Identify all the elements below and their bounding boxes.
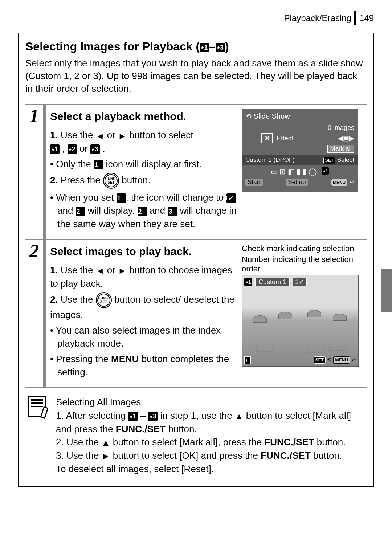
step2-illustration: Check mark indicating selection Number i… [242,244,365,381]
page-header: Playback/Erasing 149 [18,11,374,25]
star3-icon: 3 [148,412,158,421]
step-2: 2 Select images to play back. 1. Use the… [25,239,367,387]
star1v-icon: 1✓ [226,193,236,203]
func-set-icon: FUNC.SET [96,292,112,308]
star1-icon: 1 [322,167,329,175]
content-box: Selecting Images for Playback (1–3) Sele… [18,33,374,487]
step-2-heading: Select images to play back. [50,244,238,259]
menu-badge: MENU [333,356,350,364]
note-title: Selecting All Images [56,396,367,409]
section-label: Playback/Erasing [284,13,351,23]
step2-line2: 2. Use the FUNC.SET button to select/ de… [50,292,238,321]
page: Playback/Erasing 149 Selecting Images fo… [0,0,392,505]
step1-bullet2: • When you set 1, the icon will change t… [50,191,238,230]
right-arrow-icon: ► [118,130,127,142]
step1-illustration: ⟲ Slide Show 0 images ✕ Effect ◀▣▶ Mark … [242,109,365,233]
x-box-icon: ✕ [261,133,273,143]
right-arrow-icon: ► [118,265,127,277]
side-tab [381,269,392,312]
func-set-icon: FUNC.SET [103,173,119,189]
note-l2: 2. Use the ▲ button to select [Mark all]… [56,436,367,449]
slide-show-screen: ⟲ Slide Show 0 images ✕ Effect ◀▣▶ Mark … [242,109,358,192]
star1-icon: 1 [94,160,103,169]
up-arrow-icon: ▲ [235,410,244,422]
step1-bullet1: • Only the 1 icon will display at first. [50,158,238,171]
note-icon [25,396,49,475]
custom-label: Custom 1 [255,278,290,286]
note-box: Selecting All Images 1. After selecting … [25,387,367,475]
star2-icon: 2 [138,207,147,216]
menu-badge: MENU [331,179,347,186]
step1-line1: 1. Use the ◄ or ► button to select 1 , 2… [50,128,238,155]
star1-icon: 1 [128,412,138,421]
intro-text: Select only the images that you wish to … [25,57,367,95]
mark-all-button: Mark all [327,145,354,153]
icon-strip: ▭ ⊞ ◧ ▮ ▮ ◯ 1 [245,167,354,176]
right-arrow-icon: ► [102,450,110,462]
step-2-text: Select images to play back. 1. Use the ◄… [50,244,238,381]
note-text: Selecting All Images 1. After selecting … [49,396,367,475]
title-text: Selecting Images for Playback ( [25,40,200,53]
step2-line1: 1. Use the ◄ or ► button to choose image… [50,263,238,290]
custom-label: Custom 1 (DPOF) [245,156,295,164]
start-button: Start [245,179,263,186]
order-badge: 1✓ [293,278,307,286]
step2-bullet1: • You can also select images in the inde… [50,324,238,350]
image-count: 0 images [328,124,354,132]
photo-preview: 1 Custom 1 1✓ L [242,275,359,367]
star1-icon: 1 [244,278,252,286]
star1-icon: 1 [50,144,60,154]
resolution-badge: L [244,356,251,364]
main-title: Selecting Images for Playback (1–3) [25,40,367,53]
star2-icon: 2 [68,144,77,154]
note-l1: 1. After selecting 1 – 3 in step 1, use … [56,409,367,436]
title-close: ) [225,40,229,53]
star3-icon: 3 [168,207,177,216]
note-l3: 3. Use the ► button to select [OK] and p… [56,449,367,462]
select-label: Select [337,156,354,163]
star3-icon: 3 [90,144,100,154]
step2-bullet2: • Pressing the MENU button completes the… [50,352,238,379]
note-l4: To deselect all images, select [Reset]. [56,462,367,475]
cycle-icon: ⟲ [245,112,252,120]
effect-label: Effect [277,135,293,142]
up-arrow-icon: ▲ [102,437,110,449]
set-badge: SET [314,356,326,364]
star1-icon: 1 [117,193,126,203]
left-arrow-icon: ◄ [96,130,105,142]
header-separator [354,11,356,25]
step-1: 1 Select a playback method. 1. Use the ◄… [25,104,367,239]
caption-order: Number indicating the selection order [242,255,365,274]
step-1-text: Select a playback method. 1. Use the ◄ o… [50,109,238,233]
star2-icon: 2 [76,207,85,216]
title-dash: – [209,40,216,53]
star1-icon: 1 [200,43,209,52]
setup-button: Set up [286,179,308,186]
step-2-number: 2 [25,240,46,387]
page-number: 149 [359,13,374,23]
left-arrow-icon: ◄ [96,265,105,277]
set-badge: SET [323,157,335,164]
screen-title: Slide Show [254,112,290,120]
step-1-number: 1 [25,105,46,239]
step1-line2: 2. Press the FUNC.SET button. [50,173,238,189]
step-1-heading: Select a playback method. [50,109,238,124]
star3-icon: 3 [216,43,225,52]
caption-checkmark: Check mark indicating selection [242,244,365,253]
